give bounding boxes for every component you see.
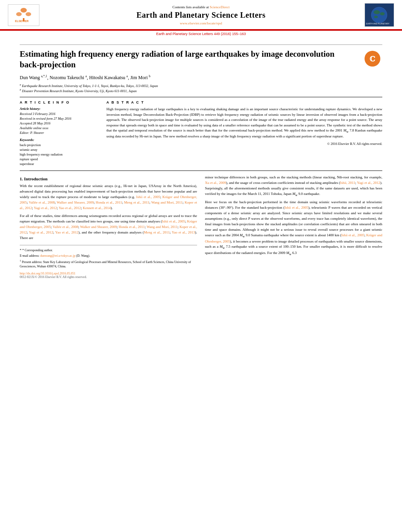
ref-meng-2011b[interactable]: Meng et al., 2011 — [144, 230, 170, 234]
sciencedirect-link: Contents lists available at ScienceDirec… — [43, 5, 359, 9]
right-paragraph-1: minor technique differences in both grou… — [205, 175, 382, 197]
ref-kennett-2014[interactable]: Kennett et al., 2014 — [83, 206, 111, 210]
abstract-text: High frequency energy radiation of large… — [106, 107, 382, 139]
keyword-5: supershear — [20, 162, 99, 166]
article-info-header: A R T I C L E I N F O — [20, 100, 99, 104]
ref-xu-2009[interactable]: Xu et al., 2009 — [205, 181, 226, 185]
sciencedirect-name[interactable]: ScienceDirect — [210, 5, 229, 9]
ref-ishii-2005b[interactable]: Ishii et al., 2005 — [162, 219, 185, 223]
keyword-2: seismic array — [20, 148, 99, 152]
journal-url[interactable]: www.elsevier.com/locate/epsl — [43, 21, 359, 25]
main-col-right: minor technique differences in both grou… — [205, 175, 382, 279]
page-wrapper: ELSEVIER Contents lists available at Sci… — [0, 0, 402, 532]
article-history: Article history: Received 3 February 201… — [20, 107, 99, 135]
journal-header-center: Contents lists available at ScienceDirec… — [43, 5, 359, 25]
ref-ishii-2005c[interactable]: Ishii et al., 2005 — [285, 206, 308, 209]
intro-paragraph-1: With the recent establishment of regiona… — [20, 184, 197, 211]
svg-text:ℂ: ℂ — [370, 55, 376, 63]
affiliations: a Earthquake Research Institute, Univers… — [20, 83, 382, 93]
intro-paragraph-2: For all of these studies, time differenc… — [20, 213, 197, 241]
svg-point-2 — [16, 12, 22, 16]
crossmark-icon[interactable]: ℂ — [365, 51, 380, 67]
svg-point-10 — [374, 16, 378, 18]
elsevier-logo-box: ELSEVIER — [8, 4, 43, 26]
paper-content: Estimating high frequency energy radiati… — [0, 37, 402, 287]
ref-wang-2011b[interactable]: Wang and Mori, 2011 — [147, 225, 178, 229]
issn-line: 0012-821X/© 2016 Elsevier B.V. All right… — [20, 275, 197, 279]
ref-yao-2012b[interactable]: Yao et al., 2012 — [55, 230, 78, 234]
ref-walker-2009[interactable]: Walker and Shearer, 2009 — [57, 200, 94, 204]
main-col-left: 1. Introduction With the recent establis… — [20, 175, 197, 279]
bottom-doi: http://dx.doi.org/10.1016/j.epsl.2016.05… — [20, 272, 197, 279]
svg-point-1 — [20, 8, 27, 13]
affiliation-b: b Disaster Prevention Research Institute… — [20, 88, 382, 93]
footnote-email: E-mail address: dunwang@eri.u-tokyo.ac.j… — [20, 254, 197, 258]
accepted-date: Accepted 28 May 2016 — [20, 121, 99, 125]
keywords-section: Keywords: back-projection seismic array … — [20, 138, 99, 166]
journal-header: ELSEVIER Contents lists available at Sci… — [0, 0, 402, 30]
svg-point-3 — [26, 12, 31, 16]
footnote-corresponding: * * Corresponding author. — [20, 248, 197, 253]
ref-walker-2009b[interactable]: Walker and Shearer, 2009 — [80, 225, 117, 229]
authors-line: Dun Wang a,*,1, Nozomu Takeuchi a, Hitos… — [20, 74, 382, 81]
svg-text:EARTH AND PLANETARY: EARTH AND PLANETARY — [366, 22, 390, 25]
and-connector: and — [82, 230, 87, 234]
affiliation-a: a Earthquake Research Institute, Univers… — [20, 83, 382, 88]
ref-yao-2013[interactable]: Yao et al., 2013 — [172, 230, 195, 234]
main-text-columns: 1. Introduction With the recent establis… — [20, 175, 382, 279]
doi-link[interactable]: http://dx.doi.org/10.1016/j.epsl.2016.05… — [20, 272, 75, 275]
right-paragraph-2: Here we focus on the back-projection per… — [205, 200, 382, 256]
svg-text:ELSEVIER: ELSEVIER — [15, 20, 29, 22]
ref-honda-2011[interactable]: Honda et al., 2011 — [96, 200, 122, 204]
ref-meng-2011[interactable]: Meng et al., 2011 — [124, 200, 149, 204]
received-date: Received 3 February 2016 — [20, 112, 99, 116]
available-online: Available online xxxx — [20, 126, 99, 130]
footnote-1: 1 Present address: State Key Laboratory … — [20, 259, 197, 269]
svg-point-8 — [374, 10, 380, 14]
svg-point-7 — [371, 7, 387, 23]
ref-ishii-2005d[interactable]: Ishii et al., 2005 — [341, 233, 364, 237]
keyword-4: rupture speed — [20, 157, 99, 161]
journal-title: Earth and Planetary Science Letters — [43, 11, 359, 20]
paper-top-line — [20, 44, 382, 45]
crossmark-box[interactable]: ℂ — [363, 49, 382, 67]
keyword-3: high frequency energy radiation — [20, 152, 99, 156]
abstract-col: A B S T R A C T High frequency energy ra… — [106, 100, 382, 167]
email-link[interactable]: dunwang@eri.u-tokyo.ac.jp — [40, 254, 75, 258]
svg-point-9 — [380, 12, 385, 15]
abstract-header: A B S T R A C T — [106, 100, 382, 104]
earth-logo-box: EARTH AND PLANETARY SCIENCE LETTERS — [359, 3, 394, 27]
ref-ishii-2005[interactable]: Ishii et al., 2005 — [136, 195, 160, 199]
keyword-1: back-projection — [20, 143, 99, 147]
copyright: © 2016 Elsevier B.V. All rights reserved… — [106, 142, 382, 146]
article-info-col: A R T I C L E I N F O Article history: R… — [20, 100, 99, 167]
section-divider-1 — [20, 97, 382, 97]
ref-yagi-2012c[interactable]: Yagi et al., 2012 — [357, 181, 380, 185]
article-title: Estimating high frequency energy radiati… — [20, 49, 363, 70]
ref-yao-2012[interactable]: Yao et al., 2012 — [59, 206, 81, 210]
footnotes: * * Corresponding author. E-mail address… — [20, 245, 197, 269]
ref-honda-2011b[interactable]: Honda et al., 2011 — [119, 225, 145, 229]
section-number: 1. — [20, 176, 23, 181]
ref-vallee-2008b[interactable]: Vallée et al., 2008 — [53, 225, 78, 229]
intro-heading: 1. Introduction — [20, 176, 197, 181]
article-title-section: Estimating high frequency energy radiati… — [20, 49, 382, 70]
editor: Editor: P. Shearer — [20, 131, 99, 135]
earth-logo: EARTH AND PLANETARY SCIENCE LETTERS — [365, 3, 394, 27]
history-label: Article history: — [20, 107, 99, 111]
article-body-columns: A R T I C L E I N F O Article history: R… — [20, 100, 382, 167]
received-revised: Received in revised form 27 May 2016 — [20, 117, 99, 120]
keywords-label: Keywords: — [20, 138, 99, 142]
ref-wang-2011[interactable]: Wang and Mori, 2011 — [151, 200, 183, 204]
ref-yagi-2012[interactable]: Yagi et al., 2012 — [34, 206, 57, 210]
section-title: Introduction — [24, 176, 48, 181]
ref-yagi-2012b[interactable]: Yagi et al., 2012 — [29, 230, 53, 234]
elsevier-logo: ELSEVIER — [8, 4, 39, 26]
ref-ishii-2011[interactable]: Ishii, 2011 — [340, 181, 355, 185]
ref-vallee-2008[interactable]: Vallée et al., 2008 — [29, 200, 55, 204]
contents-prefix-text: Contents lists available at — [173, 5, 209, 9]
section-divider-2 — [20, 171, 382, 171]
volume-info: Earth and Planetary Science Letters 449 … — [0, 31, 402, 37]
